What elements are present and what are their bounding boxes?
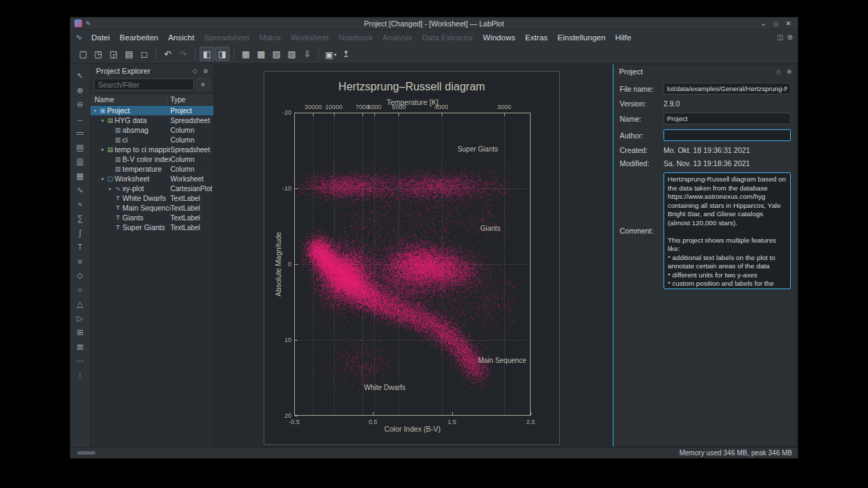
tree-row-main-sequence[interactable]: TMain SequenceTextLabel (90, 203, 214, 213)
tree-row-temperature[interactable]: ▥temperatureColumn (90, 164, 214, 174)
add-new-button[interactable]: ▣▾ (323, 47, 338, 61)
add-matrix-element-button[interactable]: ▦ (73, 170, 88, 183)
import-data-button[interactable]: ⇩ (300, 47, 314, 61)
panel-toggle-icon[interactable]: ◫ (777, 33, 783, 41)
float-dock-icon[interactable]: ◇ (773, 68, 784, 75)
add-image-button[interactable]: ⊠ (73, 341, 88, 354)
close-button[interactable]: ✕ (783, 19, 794, 27)
tree-item-name: Main Sequence (122, 204, 170, 212)
save-project-button[interactable]: ◲ (106, 47, 121, 61)
add-grid-button[interactable]: ⊞ (73, 326, 88, 339)
expander-icon[interactable]: ▾ (99, 117, 106, 124)
add-spreadsheet-element-button[interactable]: ▤ (73, 141, 88, 154)
name-input[interactable] (664, 113, 791, 124)
undo-button[interactable]: ↶ (161, 47, 175, 61)
new-spreadsheet-button[interactable]: ▦ (239, 47, 253, 61)
export-button[interactable]: ↥ (339, 47, 353, 61)
zoom-in-tool-button[interactable]: ⊕ (73, 84, 88, 97)
horizontal-scrollbar[interactable] (77, 451, 95, 455)
expander-icon[interactable]: ▾ (99, 176, 106, 182)
add-integral-button[interactable]: ∫ (73, 227, 88, 240)
restore-button[interactable]: ◇ (771, 19, 781, 27)
column-icon: ▥ (113, 165, 122, 172)
spreadsheet-icon: ▤ (106, 117, 115, 124)
tree-row-absmag[interactable]: ▥absmagColumn (90, 125, 214, 135)
add-legend-button[interactable]: ≡ (73, 255, 88, 268)
toggle-project-explorer-button[interactable]: ◧ (200, 47, 214, 61)
add-smooth-curve-button[interactable]: ≈ (73, 198, 88, 211)
expander-icon[interactable]: ▾ (99, 147, 106, 153)
add-sum-button[interactable]: ∑ (73, 212, 88, 225)
titlebar[interactable]: ✎ Project [Changed] - [Worksheet] — LabP… (70, 17, 798, 30)
plot-annotation-giants: Giants (481, 224, 501, 231)
add-shape-button[interactable]: ◇ (73, 269, 88, 282)
float-dock-icon[interactable]: ◇ (190, 67, 200, 74)
menu-einstellungen[interactable]: Einstellungen (553, 33, 611, 42)
menu-ansicht[interactable]: Ansicht (163, 33, 200, 42)
tree-row-b-v-color-index[interactable]: ▥B-V color indexColumn (90, 154, 214, 164)
menu-extras[interactable]: Extras (520, 33, 553, 42)
file-name-input-label: File name: (620, 85, 659, 93)
add-ellipse-button[interactable]: ○ (73, 284, 88, 297)
tree-item-type: Column (170, 127, 214, 134)
new-project-button[interactable]: ▢ (76, 47, 90, 61)
new-matrix-button[interactable]: ▩ (254, 47, 268, 61)
print-preview-button[interactable]: ◻ (137, 47, 152, 61)
add-triangle-button[interactable]: △ (73, 298, 88, 311)
more-tools-button[interactable]: ⋯ (73, 355, 88, 368)
author-input[interactable] (664, 129, 791, 141)
comment-textarea[interactable] (664, 172, 791, 289)
column-header-name[interactable]: Name (90, 95, 167, 104)
overflow-tools-button[interactable]: ⋮ (73, 369, 88, 382)
new-notebook-button[interactable]: ▨ (284, 47, 299, 61)
tree-item-type: Spreadsheet (170, 117, 214, 124)
text-label-icon: T (113, 195, 122, 202)
menu-bearbeiten[interactable]: Bearbeiten (115, 33, 163, 42)
tree-row-giants[interactable]: TGiantsTextLabel (90, 213, 214, 222)
add-arrow-button[interactable]: ▷ (73, 312, 88, 325)
add-text-label-button[interactable]: T (73, 241, 88, 254)
menu-datei[interactable]: Datei (86, 33, 115, 42)
select-tool-button[interactable]: ↖ (73, 70, 88, 83)
close-document-icon[interactable]: ⊗ (787, 33, 793, 41)
open-project-button[interactable]: ◳ (91, 47, 106, 61)
add-plot-button[interactable]: ▭ (73, 127, 88, 140)
tree-row-super-giants[interactable]: TSuper GiantsTextLabel (90, 222, 214, 232)
expander-icon[interactable]: ▸ (107, 186, 113, 192)
close-dock-icon[interactable]: ⊗ (200, 67, 211, 74)
filter-options-button[interactable]: ≡ (196, 79, 210, 90)
tree-row-xy-plot[interactable]: ▸∿xy-plotCartesianPlot (90, 184, 214, 193)
new-worksheet-button[interactable]: ▧ (269, 47, 284, 61)
pan-tool-button[interactable]: ↔ (73, 113, 88, 126)
add-curve-button[interactable]: ∿ (73, 184, 88, 197)
properties-form: File name:Version:2.9.0Name:Author:Creat… (613, 78, 797, 289)
tree-row-hyg-data[interactable]: ▾▤HYG dataSpreadsheet (90, 115, 214, 125)
project-explorer-header[interactable]: Project Explorer ◇ ⊗ (90, 64, 214, 77)
tree-row-worksheet[interactable]: ▾▢WorksheetWorksheet (90, 174, 214, 184)
zoom-out-tool-button[interactable]: ⊖ (73, 98, 88, 111)
main-toolbar: ▢◳◲▤◻↶↷◧◨▦▩▧▨⇩▣▾↥ (70, 44, 798, 64)
menu-windows[interactable]: Windows (478, 33, 520, 42)
column-header-type[interactable]: Type (167, 96, 214, 104)
tree-row-project[interactable]: ▾▣ProjectProject (90, 106, 214, 115)
tree-row-white-dwarfs[interactable]: TWhite DwarfsTextLabel (90, 193, 214, 203)
worksheet-view[interactable]: Hertzsprung–Russell diagram Temperature … (214, 64, 613, 447)
toggle-properties-dock-button[interactable]: ◨ (215, 47, 230, 61)
file-name-input[interactable] (664, 83, 791, 95)
tree-row-ci[interactable]: ▥ciColumn (90, 135, 214, 145)
xy-plot-icon: ∿ (113, 185, 122, 192)
minimize-button[interactable]: ⌄ (758, 19, 769, 27)
labplot-app-icon (74, 19, 82, 27)
tree-item-type: Worksheet (170, 175, 214, 183)
tree-header[interactable]: Name Type (90, 93, 214, 106)
tree-row-temp-to-ci-mapping[interactable]: ▾▤temp to ci mappingSpreadsheet (90, 145, 214, 154)
properties-header[interactable]: Project ◇ ⊗ (613, 65, 797, 78)
print-button[interactable]: ▤ (122, 47, 136, 61)
worksheet-page[interactable]: Hertzsprung–Russell diagram Temperature … (264, 71, 560, 445)
expander-icon[interactable]: ▾ (92, 108, 98, 114)
tree-item-type: Project (170, 107, 214, 115)
close-dock-icon[interactable]: ⊗ (784, 68, 794, 75)
search-input[interactable] (94, 79, 194, 90)
menu-hilfe[interactable]: Hilfe (611, 33, 636, 42)
add-column-element-button[interactable]: ▥ (73, 155, 88, 168)
